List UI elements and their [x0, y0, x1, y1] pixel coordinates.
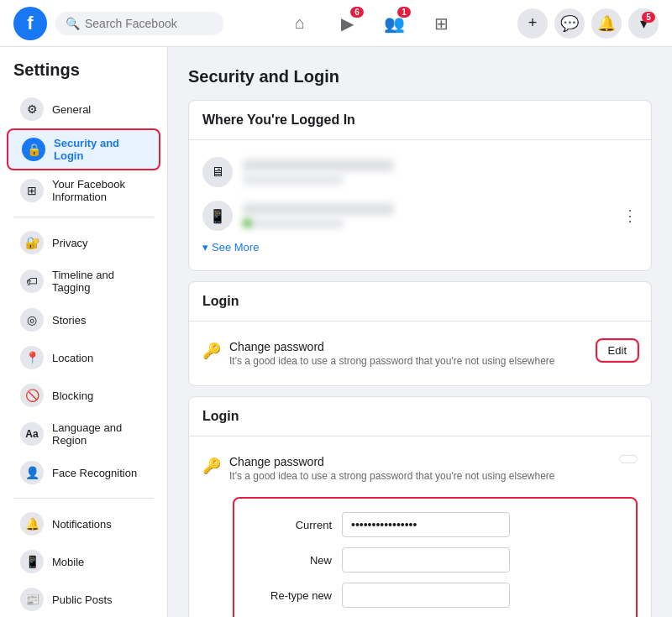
sidebar-label-general: General — [52, 103, 91, 116]
sidebar-label-language: Language and Region — [52, 421, 147, 447]
sidebar-label-face: Face Recognition — [52, 467, 137, 479]
sidebar-item-general[interactable]: ⚙ General — [7, 91, 160, 128]
current-password-label: Current — [248, 519, 332, 531]
device-more-options[interactable]: ⋮ — [622, 207, 638, 225]
new-password-row: New — [248, 547, 622, 573]
device-info-2 — [243, 203, 394, 228]
public-posts-icon: 📰 — [20, 588, 44, 611]
retype-password-row: Re-type new — [248, 583, 622, 608]
edit-button[interactable]: Edit — [597, 340, 638, 361]
nav-right: + 💬 🔔 ▾ 5 — [517, 8, 659, 39]
sidebar-item-stories[interactable]: ◎ Stories — [7, 301, 160, 338]
device-name-1 — [243, 159, 394, 171]
login-body-collapsed: 🔑 Change password It's a good idea to us… — [189, 322, 651, 385]
search-icon: 🔍 — [66, 17, 80, 30]
sidebar-label-location: Location — [52, 352, 93, 364]
sidebar: Settings ⚙ General 🔒 Security and Login … — [0, 47, 168, 617]
device-detail-1 — [243, 175, 344, 185]
desktop-device-icon: 🖥 — [202, 157, 233, 187]
close-button[interactable] — [619, 455, 638, 463]
account-badge: 5 — [642, 12, 655, 23]
video-nav-icon[interactable]: ▶ 6 — [327, 3, 367, 44]
new-password-input[interactable] — [342, 547, 510, 573]
sidebar-item-security[interactable]: 🔒 Security and Login — [7, 128, 160, 170]
mobile-icon: 📱 — [20, 550, 44, 573]
sidebar-label-notifications: Notifications — [52, 518, 112, 531]
face-recognition-icon: 👤 — [20, 461, 44, 484]
login-item-text-collapsed: Change password It's a good idea to use … — [229, 340, 589, 367]
where-logged-in-card: Where You're Logged In 🖥 📱 — [188, 100, 652, 271]
key-icon-expanded: 🔑 — [202, 457, 221, 475]
login-header-collapsed: Login — [189, 282, 651, 322]
change-password-desc-expanded: It's a good idea to use a strong passwor… — [229, 470, 611, 482]
notifications-icon: 🔔 — [20, 512, 44, 536]
privacy-icon: 🔐 — [20, 231, 44, 254]
retype-password-label: Re-type new — [248, 589, 332, 602]
notifications-bell-icon: 🔔 — [597, 14, 616, 33]
blocking-icon: 🚫 — [20, 384, 44, 407]
facebook-info-icon: ⊞ — [20, 179, 44, 202]
home-nav-icon[interactable]: ⌂ — [280, 3, 320, 44]
sidebar-label-privacy: Privacy — [52, 237, 88, 249]
sidebar-label-facebook-info: Your Facebook Information — [52, 178, 147, 203]
sidebar-title: Settings — [0, 60, 167, 90]
sidebar-label-public-posts: Public Posts — [52, 593, 113, 606]
sidebar-item-notifications[interactable]: 🔔 Notifications — [7, 505, 160, 542]
account-button[interactable]: ▾ 5 — [628, 8, 659, 39]
login-body-expanded: 🔑 Change password It's a good idea to us… — [189, 437, 651, 617]
messenger-icon: 💬 — [560, 14, 579, 33]
sidebar-label-mobile: Mobile — [52, 556, 84, 568]
nav-left: f 🔍 — [13, 7, 223, 40]
device-name-2 — [243, 203, 394, 215]
page-title: Security and Login — [188, 67, 652, 86]
language-icon: Aa — [20, 422, 44, 446]
timeline-icon: 🏷 — [20, 269, 44, 293]
facebook-logo[interactable]: f — [13, 7, 47, 40]
search-input[interactable] — [85, 17, 213, 30]
friends-nav-icon[interactable]: 👥 1 — [374, 3, 414, 44]
stories-icon: ◎ — [20, 308, 44, 332]
search-box[interactable]: 🔍 — [55, 12, 223, 35]
general-icon: ⚙ — [20, 97, 44, 121]
sidebar-item-public-posts[interactable]: 📰 Public Posts — [7, 581, 160, 617]
retype-password-input[interactable] — [342, 583, 510, 608]
sidebar-item-blocking[interactable]: 🚫 Blocking — [7, 377, 160, 414]
key-icon: 🔑 — [202, 342, 221, 360]
sidebar-item-facebook-info[interactable]: ⊞ Your Facebook Information — [7, 171, 160, 210]
login-item-change-password-collapsed: 🔑 Change password It's a good idea to us… — [202, 332, 638, 375]
sidebar-item-timeline[interactable]: 🏷 Timeline and Tagging — [7, 262, 160, 301]
sidebar-item-location[interactable]: 📍 Location — [7, 339, 160, 376]
sidebar-item-language[interactable]: Aa Language and Region — [7, 415, 160, 453]
messenger-button[interactable]: 💬 — [554, 8, 585, 39]
current-password-input[interactable] — [342, 512, 510, 537]
chevron-down-icon: ▾ — [202, 241, 208, 254]
login-header-expanded: Login — [189, 397, 651, 437]
change-password-title-expanded: Change password — [229, 455, 611, 468]
change-password-title-collapsed: Change password — [229, 340, 589, 353]
sidebar-label-stories: Stories — [52, 314, 86, 327]
page-layout: Settings ⚙ General 🔒 Security and Login … — [0, 47, 672, 617]
location-icon: 📍 — [20, 346, 44, 369]
sidebar-item-privacy[interactable]: 🔐 Privacy — [7, 224, 160, 261]
see-more-button[interactable]: ▾ See More — [202, 238, 638, 260]
marketplace-nav-icon[interactable]: ⊞ — [421, 3, 461, 44]
top-navigation: f 🔍 ⌂ ▶ 6 👥 1 ⊞ + 💬 🔔 ▾ 5 — [0, 0, 672, 47]
sidebar-item-mobile[interactable]: 📱 Mobile — [7, 543, 160, 580]
see-more-label: See More — [212, 241, 259, 254]
add-button[interactable]: + — [517, 8, 548, 39]
nav-center: ⌂ ▶ 6 👥 1 ⊞ — [280, 3, 461, 44]
sidebar-divider-2 — [13, 498, 154, 499]
home-icon: ⌂ — [295, 13, 305, 33]
sidebar-label-timeline: Timeline and Tagging — [52, 269, 147, 294]
marketplace-icon: ⊞ — [434, 13, 449, 34]
sidebar-item-face[interactable]: 👤 Face Recognition — [7, 454, 160, 491]
video-badge: 6 — [350, 7, 364, 18]
friends-badge: 1 — [397, 7, 411, 18]
login-card-collapsed: Login 🔑 Change password It's a good idea… — [188, 281, 652, 386]
change-password-desc-collapsed: It's a good idea to use a strong passwor… — [229, 355, 589, 367]
login-item-text-expanded: Change password It's a good idea to use … — [229, 455, 611, 482]
notifications-button[interactable]: 🔔 — [591, 8, 622, 39]
new-password-label: New — [248, 554, 332, 567]
sidebar-label-security: Security and Login — [54, 137, 145, 162]
where-logged-in-header: Where You're Logged In — [189, 101, 651, 140]
